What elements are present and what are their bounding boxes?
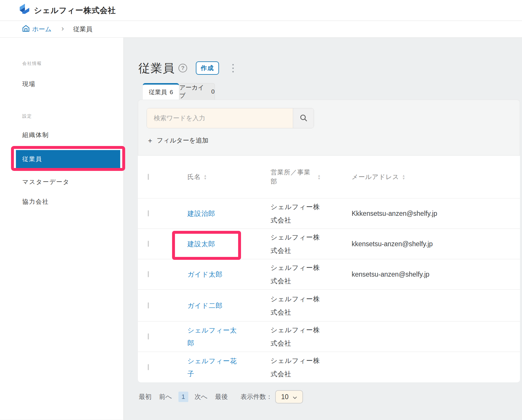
select-all-checkbox[interactable] bbox=[148, 174, 149, 180]
plus-icon: ＋ bbox=[147, 136, 154, 145]
search-icon bbox=[300, 114, 308, 123]
company-name: シェルフィー株式会社 bbox=[34, 5, 116, 16]
office-cell: シェルフィー株式会社 bbox=[271, 323, 323, 350]
tab-archive-count: 0 bbox=[211, 88, 215, 95]
table-row: 建設太郎 シェルフィー株式会社 kkensetsu-anzen@shelfy.j… bbox=[138, 229, 520, 259]
table-row: シェルフィー花子 シェルフィー株式会社 bbox=[138, 352, 520, 382]
search-group bbox=[147, 108, 314, 128]
pagination: 最初 前へ 1 次へ 最後 表示件数： 10 bbox=[139, 390, 522, 403]
row-checkbox[interactable] bbox=[148, 210, 149, 216]
sort-icon: ▲▼ bbox=[204, 174, 207, 180]
sidebar-item-master-data[interactable]: マスターデータ bbox=[0, 176, 123, 188]
office-cell: シェルフィー株式会社 bbox=[271, 292, 323, 319]
employees-panel: ＋ フィルターを追加 氏名 ▲▼ 営業所／事業部 ▲▼ bbox=[138, 100, 520, 382]
main-content: 従業員 ? 作成 従業員 6 アーカイブ 0 bbox=[124, 38, 522, 420]
top-header: シェルフィー株式会社 bbox=[0, 0, 522, 21]
shelfy-logo-icon bbox=[19, 3, 30, 17]
row-checkbox[interactable] bbox=[148, 241, 149, 247]
breadcrumb: ホーム › 従業員 bbox=[0, 21, 522, 38]
office-cell: シェルフィー株式会社 bbox=[271, 200, 323, 227]
office-cell: シェルフィー株式会社 bbox=[271, 261, 323, 288]
email-cell: Kkkensetsu-anzen@shelfy.jp bbox=[352, 210, 520, 218]
office-cell: シェルフィー株式会社 bbox=[271, 231, 323, 257]
kebab-menu-icon[interactable] bbox=[231, 63, 235, 74]
employee-name-link[interactable]: シェルフィー花子 bbox=[187, 355, 240, 380]
column-header-email[interactable]: メールアドレス ▲▼ bbox=[352, 173, 520, 181]
column-header-office[interactable]: 営業所／事業部 ▲▼ bbox=[271, 168, 352, 186]
chevron-down-icon bbox=[293, 393, 297, 401]
email-cell: kensetsu-anzen@shelfy.jp bbox=[352, 271, 520, 278]
pagination-last[interactable]: 最後 bbox=[215, 392, 228, 401]
employee-name-link[interactable]: 建設太郎 bbox=[187, 238, 215, 250]
create-button[interactable]: 作成 bbox=[196, 61, 219, 75]
sort-icon: ▲▼ bbox=[402, 174, 405, 180]
page-size-label: 表示件数： bbox=[240, 392, 272, 401]
table-row: 建設治郎 シェルフィー株式会社 Kkkensetsu-anzen@shelfy.… bbox=[138, 198, 520, 229]
row-checkbox[interactable] bbox=[148, 271, 149, 277]
employee-name-link[interactable]: シェルフィー太郎 bbox=[187, 324, 240, 349]
table-row: ガイド太郎 シェルフィー株式会社 kensetsu-anzen@shelfy.j… bbox=[138, 259, 520, 290]
filter-panel: ＋ フィルターを追加 bbox=[138, 100, 520, 155]
employees-table: 氏名 ▲▼ 営業所／事業部 ▲▼ メールアドレス ▲▼ 建設治郎 シェ bbox=[138, 155, 520, 382]
pagination-current-page[interactable]: 1 bbox=[178, 392, 188, 402]
row-checkbox[interactable] bbox=[148, 333, 149, 339]
pagination-first[interactable]: 最初 bbox=[139, 392, 152, 401]
breadcrumb-home-link[interactable]: ホーム bbox=[22, 25, 52, 34]
employee-name-link[interactable]: ガイド二郎 bbox=[187, 299, 223, 312]
sidebar: 会社情報 現場 設定 組織体制 従業員 マスターデータ 協力会社 bbox=[0, 38, 124, 420]
page-size-select[interactable]: 10 bbox=[275, 390, 303, 403]
table-header-row: 氏名 ▲▼ 営業所／事業部 ▲▼ メールアドレス ▲▼ bbox=[138, 156, 520, 198]
help-icon[interactable]: ? bbox=[178, 64, 187, 72]
column-header-name[interactable]: 氏名 ▲▼ bbox=[187, 173, 271, 181]
sidebar-item-genba[interactable]: 現場 bbox=[0, 78, 123, 90]
table-row: ガイド二郎 シェルフィー株式会社 bbox=[138, 290, 520, 322]
email-cell: kkensetsu-anzen@shelfy.jp bbox=[352, 240, 520, 248]
breadcrumb-home-label: ホーム bbox=[32, 25, 52, 34]
sidebar-item-soshiki-taisei[interactable]: 組織体制 bbox=[0, 129, 123, 141]
pagination-next[interactable]: 次へ bbox=[195, 392, 208, 401]
search-button[interactable] bbox=[293, 108, 314, 128]
sidebar-item-employees[interactable]: 従業員 bbox=[16, 150, 120, 168]
employee-name-link[interactable]: 建設治郎 bbox=[187, 207, 215, 220]
page-title: 従業員 bbox=[138, 60, 175, 76]
employee-name-link[interactable]: ガイド太郎 bbox=[187, 268, 223, 281]
tab-archive[interactable]: アーカイブ 0 bbox=[179, 83, 215, 100]
chevron-right-icon: › bbox=[61, 24, 64, 33]
tab-employees[interactable]: 従業員 6 bbox=[143, 83, 179, 100]
row-checkbox[interactable] bbox=[148, 302, 149, 308]
tab-employees-count: 6 bbox=[170, 89, 173, 96]
add-filter-link[interactable]: ＋ フィルターを追加 bbox=[147, 136, 222, 145]
home-icon bbox=[22, 25, 30, 34]
sort-icon: ▲▼ bbox=[317, 174, 321, 180]
sidebar-section-settings: 設定 bbox=[22, 114, 123, 120]
pagination-prev[interactable]: 前へ bbox=[159, 392, 172, 401]
search-input[interactable] bbox=[147, 108, 293, 128]
office-cell: シェルフィー株式会社 bbox=[271, 354, 323, 381]
sidebar-item-partner-companies[interactable]: 協力会社 bbox=[0, 195, 123, 208]
company-logo-link[interactable]: シェルフィー株式会社 bbox=[19, 3, 116, 17]
breadcrumb-current: 従業員 bbox=[73, 25, 92, 34]
table-row: シェルフィー太郎 シェルフィー株式会社 bbox=[138, 322, 520, 352]
tab-bar: 従業員 6 アーカイブ 0 bbox=[143, 83, 522, 100]
row-checkbox[interactable] bbox=[148, 364, 149, 370]
sidebar-section-company-info: 会社情報 bbox=[22, 61, 123, 67]
